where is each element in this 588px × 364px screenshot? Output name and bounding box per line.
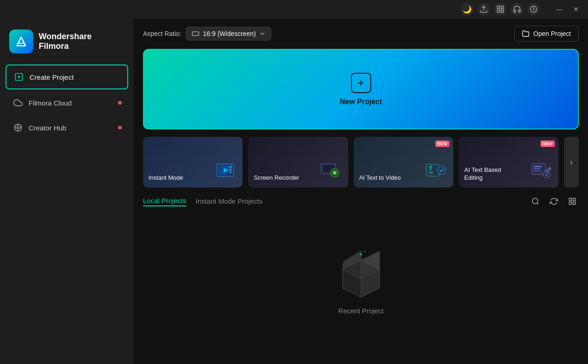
sidebar-item-filmora-cloud-label: Filmora Cloud <box>29 99 71 107</box>
recent-project-label: Recent Project <box>338 307 383 315</box>
logo: Wondershare Filmora <box>0 26 134 65</box>
svg-point-23 <box>333 171 336 174</box>
svg-point-47 <box>358 250 359 251</box>
sidebar-item-creator-hub[interactable]: Creator Hub <box>6 116 128 139</box>
svg-rect-29 <box>534 166 542 167</box>
ai-text-to-video-label: AI Text to Video <box>359 174 401 182</box>
instant-mode-icon <box>211 156 239 184</box>
logo-sub: Filmora <box>39 41 92 51</box>
refresh-button[interactable] <box>547 195 560 208</box>
svg-rect-34 <box>569 198 571 200</box>
ai-edit-badge: NEW <box>540 141 555 147</box>
aspect-ratio-dropdown[interactable]: 16:9 (Widescreen) <box>186 27 271 41</box>
filmora-cloud-dot <box>118 101 122 105</box>
screen-recorder-icon <box>317 156 344 184</box>
svg-rect-18 <box>229 171 232 173</box>
svg-rect-31 <box>534 170 541 171</box>
quick-actions: Instant Mode Screen Recorder <box>134 137 588 195</box>
screen-recorder-card[interactable]: Screen Recorder <box>248 137 348 188</box>
svg-rect-30 <box>534 168 540 169</box>
sidebar-item-creator-hub-label: Creator Hub <box>29 124 66 132</box>
tab-instant-mode-projects[interactable]: Instant Mode Projects <box>196 197 262 206</box>
logo-name: Wondershare <box>39 32 92 41</box>
create-project-icon <box>14 72 24 82</box>
search-button[interactable] <box>529 195 542 208</box>
aspect-ratio-selector: Aspect Ratio: 16:9 (Widescreen) <box>143 27 271 41</box>
open-project-label: Open Project <box>533 30 571 37</box>
creator-hub-icon <box>13 123 23 133</box>
ai-text-based-editing-card[interactable]: NEW AI Text Based Editing <box>459 137 558 188</box>
svg-rect-35 <box>573 198 576 200</box>
content-header: Aspect Ratio: 16:9 (Widescreen) Open Pro… <box>134 18 588 49</box>
logo-icon <box>9 29 33 53</box>
main-layout: Wondershare Filmora Create Project <box>0 18 588 364</box>
instant-mode-card[interactable]: Instant Mode <box>143 137 243 188</box>
ai-text-to-video-icon: T Aa <box>422 156 450 184</box>
svg-text:Aa: Aa <box>429 170 434 174</box>
svg-point-46 <box>364 251 365 252</box>
screen-recorder-label: Screen Recorder <box>254 174 299 182</box>
aspect-ratio-label: Aspect Ratio: <box>143 30 181 37</box>
projects-tabs: Local Projects Instant Mode Projects <box>143 197 262 206</box>
grid-icon[interactable] <box>494 3 507 16</box>
new-project-label: New Project <box>340 98 382 106</box>
content-area: Aspect Ratio: 16:9 (Widescreen) Open Pro… <box>134 18 588 364</box>
svg-point-45 <box>360 253 362 255</box>
ai-text-based-editing-label: AI Text Based Editing <box>464 166 511 182</box>
minimize-button[interactable]: — <box>553 3 566 16</box>
carousel-next-arrow[interactable]: › <box>564 137 579 188</box>
svg-rect-3 <box>501 10 504 12</box>
svg-rect-36 <box>569 202 571 205</box>
cloud-icon <box>13 98 23 108</box>
svg-rect-12 <box>192 32 199 35</box>
svg-rect-1 <box>501 6 504 8</box>
svg-rect-17 <box>229 168 232 170</box>
ai-text-to-video-card[interactable]: NEW AI Text to Video T Aa <box>354 137 453 188</box>
instant-mode-label: Instant Mode <box>148 174 183 182</box>
new-project-banner[interactable]: + New Project <box>143 49 579 129</box>
creator-hub-dot <box>118 126 122 129</box>
sidebar-nav: Create Project Filmora Cloud <box>0 65 134 139</box>
logo-text: Wondershare Filmora <box>39 32 92 51</box>
open-project-button[interactable]: Open Project <box>514 26 579 41</box>
svg-point-27 <box>437 166 445 174</box>
new-project-plus-icon: + <box>351 73 371 93</box>
ai-text-based-editing-icon <box>527 156 555 184</box>
empty-box-icon <box>333 244 389 299</box>
sidebar-item-filmora-cloud[interactable]: Filmora Cloud <box>6 91 128 114</box>
tab-local-projects[interactable]: Local Projects <box>143 197 186 206</box>
svg-rect-37 <box>573 202 576 205</box>
svg-rect-2 <box>497 10 499 12</box>
empty-state: Recent Project <box>134 213 588 364</box>
grid-view-button[interactable] <box>566 195 579 208</box>
close-button[interactable]: ✕ <box>570 3 582 16</box>
aspect-ratio-value: 16:9 (Widescreen) <box>203 30 255 37</box>
svg-rect-16 <box>229 166 232 168</box>
ai-text-video-badge: NEW <box>435 141 450 147</box>
sidebar-item-create-project-label: Create Project <box>30 73 74 81</box>
timer-icon[interactable] <box>527 3 540 16</box>
projects-section: Local Projects Instant Mode Projects <box>134 195 588 364</box>
projects-header: Local Projects Instant Mode Projects <box>134 195 588 213</box>
titlebar: 🌙 — ✕ <box>0 0 588 18</box>
sidebar: Wondershare Filmora Create Project <box>0 18 134 364</box>
svg-rect-0 <box>497 6 499 8</box>
headset-icon[interactable] <box>511 3 523 16</box>
svg-point-33 <box>532 198 538 204</box>
upload-icon[interactable] <box>477 3 490 16</box>
projects-actions <box>529 195 579 208</box>
svg-point-6 <box>17 127 19 129</box>
theme-icon[interactable]: 🌙 <box>461 3 474 16</box>
sidebar-item-create-project[interactable]: Create Project <box>6 65 128 89</box>
